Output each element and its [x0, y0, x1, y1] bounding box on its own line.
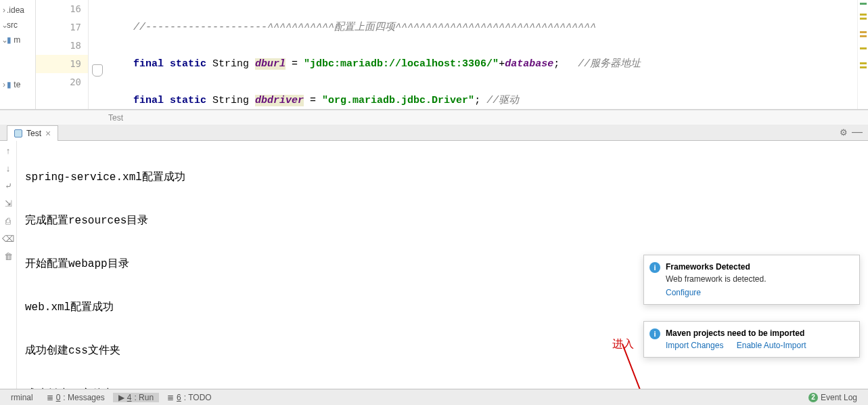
- project-tree-item[interactable]: [1, 62, 34, 77]
- down-icon[interactable]: ↓: [3, 163, 14, 173]
- marker-warning-icon[interactable]: [860, 18, 867, 20]
- marker-warning-icon[interactable]: [860, 14, 867, 16]
- marker-warning-icon[interactable]: [860, 35, 867, 37]
- notification-frameworks[interactable]: i Frameworks Detected Web framework is d…: [643, 255, 860, 305]
- trash-icon[interactable]: 🗑: [3, 251, 14, 261]
- gutter-line: 17: [36, 18, 88, 37]
- breadcrumb[interactable]: Test: [0, 110, 868, 125]
- code-string: "jdbc:mariadb://localhost:3306/": [304, 58, 499, 70]
- code-editor[interactable]: //--------------------^^^^^^^^^^^配置上面四项^…: [109, 0, 857, 109]
- marker-warning-icon[interactable]: [860, 47, 867, 49]
- code-field: database: [505, 58, 553, 70]
- wrap-icon[interactable]: ⤶: [3, 180, 14, 191]
- close-icon[interactable]: ×: [45, 128, 51, 139]
- minimize-icon[interactable]: —: [852, 126, 863, 138]
- run-tool-tab-bar: Test × ⚙ —: [0, 125, 868, 141]
- project-tree-item[interactable]: ⌄src: [1, 18, 34, 33]
- notification-body: Web framework is detected.: [666, 274, 851, 284]
- info-icon: i: [649, 328, 660, 339]
- run-toolbar: ↑ ↓ ⤶ ⇲ ⎙ ⌫ 🗑: [0, 141, 17, 389]
- info-icon: i: [649, 262, 660, 273]
- run-button[interactable]: ▶ 4: Run: [113, 393, 159, 402]
- marker-warning-icon[interactable]: [860, 62, 867, 64]
- clear-icon[interactable]: ⌫: [3, 233, 14, 244]
- marker-ok-icon: [860, 3, 867, 5]
- status-bar: rminal ≣ 0: Messages ▶ 4: Run ≣ 6: TODO …: [0, 389, 868, 405]
- gutter-line: 19: [36, 55, 88, 73]
- code-comment: //驱动: [486, 95, 519, 106]
- gutter-line: 16: [36, 0, 88, 18]
- marker-warning-icon[interactable]: [860, 66, 867, 68]
- messages-button[interactable]: ≣ 0: Messages: [41, 393, 110, 402]
- marker-warning-icon[interactable]: [860, 31, 867, 33]
- todo-button[interactable]: ≣ 6: TODO: [162, 393, 217, 402]
- console-line: 完成配置resources目录: [25, 210, 868, 232]
- enable-auto-import-link[interactable]: Enable Auto-Import: [737, 341, 806, 350]
- import-changes-link[interactable]: Import Changes: [666, 341, 723, 350]
- notification-maven[interactable]: i Maven projects need to be imported Imp…: [643, 321, 860, 358]
- console-line: 成功创建js文件夹: [25, 383, 868, 389]
- notification-title: Frameworks Detected: [666, 262, 851, 272]
- print-icon[interactable]: ⎙: [3, 215, 14, 226]
- shield-icon: [92, 64, 103, 77]
- event-log-button[interactable]: 2Event Log: [803, 393, 863, 402]
- code-field: dburl: [255, 58, 285, 70]
- code-type: String: [206, 95, 255, 106]
- up-icon[interactable]: ↑: [3, 145, 14, 156]
- gear-icon[interactable]: ⚙: [840, 127, 848, 137]
- console-line: spring-service.xml配置成功: [25, 167, 868, 188]
- code-field: dbdriver: [255, 95, 304, 106]
- project-tree-item[interactable]: [1, 47, 34, 62]
- gutter-line: 20: [36, 73, 88, 91]
- code-keyword: final static: [133, 95, 206, 106]
- code-comment: //服务器地址: [559, 58, 641, 70]
- event-count-badge: 2: [808, 393, 818, 402]
- terminal-button[interactable]: rminal: [5, 393, 39, 402]
- run-config-icon: [14, 129, 22, 137]
- project-tree-item[interactable]: ⌄▮ m: [1, 33, 34, 47]
- run-tab[interactable]: Test ×: [7, 125, 58, 141]
- project-tree-panel[interactable]: ›.idea ⌄src ⌄▮ m ›▮ te: [0, 0, 36, 109]
- editor-fold-column: [89, 0, 109, 109]
- code-string: "org.mariadb.jdbc.Driver": [322, 95, 474, 106]
- code-type: String: [206, 58, 255, 70]
- configure-link[interactable]: Configure: [666, 288, 701, 297]
- notification-title: Maven projects need to be imported: [666, 328, 851, 338]
- project-tree-item[interactable]: ›▮ te: [1, 77, 34, 92]
- run-tab-label: Test: [26, 129, 41, 138]
- project-tree-item[interactable]: ›.idea: [1, 3, 34, 18]
- gutter-line: 18: [36, 37, 88, 55]
- code-comment: //--------------------^^^^^^^^^^^配置上面四项^…: [133, 22, 596, 33]
- editor-gutter: 16 17 18 19 20: [36, 0, 89, 109]
- editor-error-stripe[interactable]: [857, 0, 868, 109]
- scroll-icon[interactable]: ⇲: [3, 198, 14, 209]
- code-keyword: final static: [133, 58, 206, 70]
- annotation-label: 进入: [612, 337, 634, 351]
